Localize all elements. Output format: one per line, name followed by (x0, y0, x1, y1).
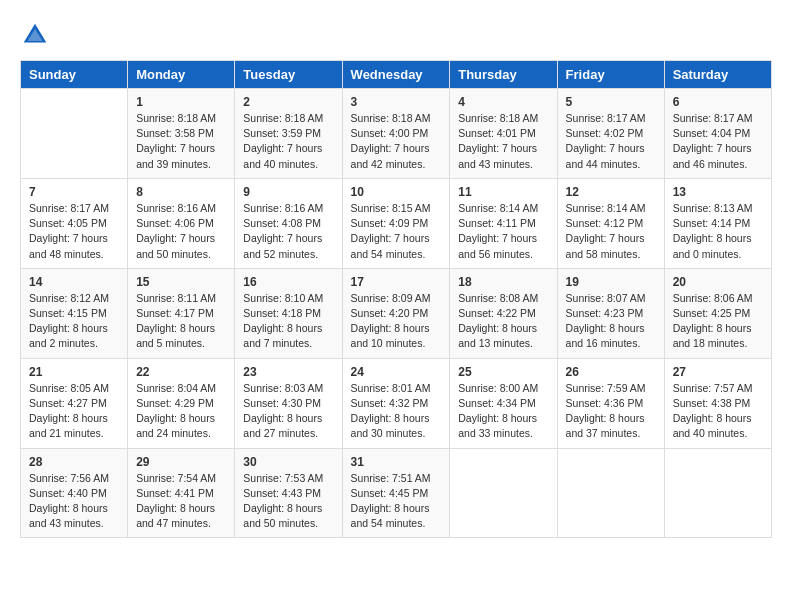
day-number: 7 (29, 185, 119, 199)
day-info: Sunrise: 7:59 AM Sunset: 4:36 PM Dayligh… (566, 381, 656, 442)
sunset-text: Sunset: 4:00 PM (351, 127, 429, 139)
day-number: 5 (566, 95, 656, 109)
day-info: Sunrise: 8:05 AM Sunset: 4:27 PM Dayligh… (29, 381, 119, 442)
day-info: Sunrise: 8:03 AM Sunset: 4:30 PM Dayligh… (243, 381, 333, 442)
calendar-day-cell: 22 Sunrise: 8:04 AM Sunset: 4:29 PM Dayl… (128, 358, 235, 448)
calendar-week-row: 7 Sunrise: 8:17 AM Sunset: 4:05 PM Dayli… (21, 178, 772, 268)
day-number: 22 (136, 365, 226, 379)
sunset-text: Sunset: 4:36 PM (566, 397, 644, 409)
daylight-text: Daylight: 8 hours and 30 minutes. (351, 412, 430, 439)
sunrise-text: Sunrise: 8:18 AM (243, 112, 323, 124)
sunrise-text: Sunrise: 8:06 AM (673, 292, 753, 304)
daylight-text: Daylight: 8 hours and 24 minutes. (136, 412, 215, 439)
day-number: 21 (29, 365, 119, 379)
day-info: Sunrise: 7:53 AM Sunset: 4:43 PM Dayligh… (243, 471, 333, 532)
weekday-header: Monday (128, 61, 235, 89)
page-header (20, 20, 772, 50)
daylight-text: Daylight: 7 hours and 39 minutes. (136, 142, 215, 169)
calendar-day-cell: 24 Sunrise: 8:01 AM Sunset: 4:32 PM Dayl… (342, 358, 450, 448)
weekday-header: Sunday (21, 61, 128, 89)
daylight-text: Daylight: 8 hours and 43 minutes. (29, 502, 108, 529)
calendar-day-cell: 7 Sunrise: 8:17 AM Sunset: 4:05 PM Dayli… (21, 178, 128, 268)
calendar-day-cell: 29 Sunrise: 7:54 AM Sunset: 4:41 PM Dayl… (128, 448, 235, 538)
day-info: Sunrise: 7:54 AM Sunset: 4:41 PM Dayligh… (136, 471, 226, 532)
day-info: Sunrise: 8:17 AM Sunset: 4:05 PM Dayligh… (29, 201, 119, 262)
calendar-day-cell: 10 Sunrise: 8:15 AM Sunset: 4:09 PM Dayl… (342, 178, 450, 268)
sunrise-text: Sunrise: 7:59 AM (566, 382, 646, 394)
calendar-day-cell: 25 Sunrise: 8:00 AM Sunset: 4:34 PM Dayl… (450, 358, 557, 448)
sunset-text: Sunset: 4:01 PM (458, 127, 536, 139)
sunrise-text: Sunrise: 8:17 AM (566, 112, 646, 124)
calendar-header-row: SundayMondayTuesdayWednesdayThursdayFrid… (21, 61, 772, 89)
sunset-text: Sunset: 4:25 PM (673, 307, 751, 319)
daylight-text: Daylight: 7 hours and 43 minutes. (458, 142, 537, 169)
day-info: Sunrise: 8:17 AM Sunset: 4:02 PM Dayligh… (566, 111, 656, 172)
daylight-text: Daylight: 8 hours and 5 minutes. (136, 322, 215, 349)
daylight-text: Daylight: 7 hours and 40 minutes. (243, 142, 322, 169)
sunrise-text: Sunrise: 7:53 AM (243, 472, 323, 484)
daylight-text: Daylight: 8 hours and 21 minutes. (29, 412, 108, 439)
sunset-text: Sunset: 4:12 PM (566, 217, 644, 229)
day-info: Sunrise: 8:13 AM Sunset: 4:14 PM Dayligh… (673, 201, 763, 262)
day-info: Sunrise: 7:51 AM Sunset: 4:45 PM Dayligh… (351, 471, 442, 532)
day-info: Sunrise: 8:18 AM Sunset: 3:59 PM Dayligh… (243, 111, 333, 172)
day-number: 11 (458, 185, 548, 199)
sunset-text: Sunset: 4:09 PM (351, 217, 429, 229)
day-number: 4 (458, 95, 548, 109)
calendar-day-cell: 20 Sunrise: 8:06 AM Sunset: 4:25 PM Dayl… (664, 268, 771, 358)
weekday-header: Saturday (664, 61, 771, 89)
calendar-day-cell: 11 Sunrise: 8:14 AM Sunset: 4:11 PM Dayl… (450, 178, 557, 268)
sunrise-text: Sunrise: 8:13 AM (673, 202, 753, 214)
logo (20, 20, 54, 50)
sunrise-text: Sunrise: 8:08 AM (458, 292, 538, 304)
sunset-text: Sunset: 4:23 PM (566, 307, 644, 319)
sunset-text: Sunset: 4:27 PM (29, 397, 107, 409)
daylight-text: Daylight: 8 hours and 50 minutes. (243, 502, 322, 529)
day-info: Sunrise: 8:00 AM Sunset: 4:34 PM Dayligh… (458, 381, 548, 442)
sunrise-text: Sunrise: 8:00 AM (458, 382, 538, 394)
sunset-text: Sunset: 4:40 PM (29, 487, 107, 499)
day-info: Sunrise: 8:16 AM Sunset: 4:06 PM Dayligh… (136, 201, 226, 262)
daylight-text: Daylight: 8 hours and 47 minutes. (136, 502, 215, 529)
sunset-text: Sunset: 4:30 PM (243, 397, 321, 409)
calendar-day-cell: 28 Sunrise: 7:56 AM Sunset: 4:40 PM Dayl… (21, 448, 128, 538)
calendar-day-cell: 8 Sunrise: 8:16 AM Sunset: 4:06 PM Dayli… (128, 178, 235, 268)
calendar-week-row: 14 Sunrise: 8:12 AM Sunset: 4:15 PM Dayl… (21, 268, 772, 358)
daylight-text: Daylight: 8 hours and 40 minutes. (673, 412, 752, 439)
calendar-day-cell: 2 Sunrise: 8:18 AM Sunset: 3:59 PM Dayli… (235, 89, 342, 179)
calendar-day-cell: 26 Sunrise: 7:59 AM Sunset: 4:36 PM Dayl… (557, 358, 664, 448)
weekday-header: Friday (557, 61, 664, 89)
calendar-day-cell (664, 448, 771, 538)
sunset-text: Sunset: 4:41 PM (136, 487, 214, 499)
day-number: 3 (351, 95, 442, 109)
daylight-text: Daylight: 8 hours and 27 minutes. (243, 412, 322, 439)
day-number: 30 (243, 455, 333, 469)
day-info: Sunrise: 8:15 AM Sunset: 4:09 PM Dayligh… (351, 201, 442, 262)
day-info: Sunrise: 8:18 AM Sunset: 3:58 PM Dayligh… (136, 111, 226, 172)
sunrise-text: Sunrise: 8:05 AM (29, 382, 109, 394)
day-number: 23 (243, 365, 333, 379)
day-number: 14 (29, 275, 119, 289)
calendar-day-cell (557, 448, 664, 538)
weekday-header: Wednesday (342, 61, 450, 89)
day-info: Sunrise: 8:09 AM Sunset: 4:20 PM Dayligh… (351, 291, 442, 352)
day-info: Sunrise: 8:18 AM Sunset: 4:00 PM Dayligh… (351, 111, 442, 172)
day-number: 26 (566, 365, 656, 379)
calendar-day-cell: 6 Sunrise: 8:17 AM Sunset: 4:04 PM Dayli… (664, 89, 771, 179)
sunset-text: Sunset: 4:06 PM (136, 217, 214, 229)
day-number: 24 (351, 365, 442, 379)
day-number: 18 (458, 275, 548, 289)
day-info: Sunrise: 7:57 AM Sunset: 4:38 PM Dayligh… (673, 381, 763, 442)
daylight-text: Daylight: 8 hours and 0 minutes. (673, 232, 752, 259)
sunrise-text: Sunrise: 7:57 AM (673, 382, 753, 394)
sunrise-text: Sunrise: 8:18 AM (458, 112, 538, 124)
calendar-day-cell: 4 Sunrise: 8:18 AM Sunset: 4:01 PM Dayli… (450, 89, 557, 179)
day-info: Sunrise: 8:14 AM Sunset: 4:11 PM Dayligh… (458, 201, 548, 262)
sunset-text: Sunset: 4:43 PM (243, 487, 321, 499)
sunrise-text: Sunrise: 8:14 AM (458, 202, 538, 214)
sunset-text: Sunset: 3:58 PM (136, 127, 214, 139)
day-number: 8 (136, 185, 226, 199)
daylight-text: Daylight: 8 hours and 37 minutes. (566, 412, 645, 439)
sunrise-text: Sunrise: 7:54 AM (136, 472, 216, 484)
day-info: Sunrise: 8:04 AM Sunset: 4:29 PM Dayligh… (136, 381, 226, 442)
